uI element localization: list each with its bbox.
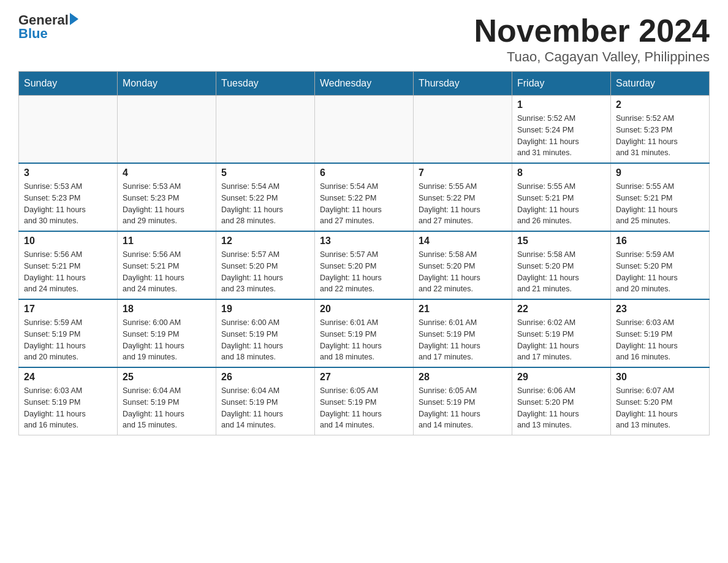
calendar-cell: 30Sunrise: 6:07 AMSunset: 5:20 PMDayligh… [611,367,710,435]
day-number: 3 [24,167,112,178]
calendar-cell: 1Sunrise: 5:52 AMSunset: 5:24 PMDaylight… [512,96,611,164]
calendar-cell: 4Sunrise: 5:53 AMSunset: 5:23 PMDaylight… [118,163,216,231]
day-info: Sunrise: 6:02 AMSunset: 5:19 PMDaylight:… [517,317,605,363]
calendar-cell: 12Sunrise: 5:57 AMSunset: 5:20 PMDayligh… [216,231,315,299]
day-info: Sunrise: 5:55 AMSunset: 5:21 PMDaylight:… [616,181,704,227]
calendar-cell: 22Sunrise: 6:02 AMSunset: 5:19 PMDayligh… [512,299,611,367]
day-info: Sunrise: 5:58 AMSunset: 5:20 PMDaylight:… [517,249,605,295]
day-number: 14 [419,236,507,247]
day-info: Sunrise: 6:03 AMSunset: 5:19 PMDaylight:… [24,385,112,431]
calendar-cell: 17Sunrise: 5:59 AMSunset: 5:19 PMDayligh… [19,299,118,367]
day-number: 25 [123,372,211,383]
calendar-cell: 21Sunrise: 6:01 AMSunset: 5:19 PMDayligh… [414,299,512,367]
column-header-wednesday: Wednesday [315,72,414,96]
day-info: Sunrise: 5:57 AMSunset: 5:20 PMDaylight:… [221,249,309,295]
day-info: Sunrise: 6:01 AMSunset: 5:19 PMDaylight:… [419,317,507,363]
day-number: 7 [419,167,507,178]
calendar-cell: 10Sunrise: 5:56 AMSunset: 5:21 PMDayligh… [19,231,118,299]
day-number: 12 [221,236,309,247]
calendar-cell [216,96,315,164]
day-info: Sunrise: 6:06 AMSunset: 5:20 PMDaylight:… [517,385,605,431]
calendar-cell: 24Sunrise: 6:03 AMSunset: 5:19 PMDayligh… [19,367,118,435]
calendar-cell: 26Sunrise: 6:04 AMSunset: 5:19 PMDayligh… [216,367,315,435]
day-info: Sunrise: 5:55 AMSunset: 5:21 PMDaylight:… [517,181,605,227]
day-info: Sunrise: 5:53 AMSunset: 5:23 PMDaylight:… [24,181,112,227]
title-area: November 2024 Tuao, Cagayan Valley, Phil… [474,12,710,65]
calendar-cell: 19Sunrise: 6:00 AMSunset: 5:19 PMDayligh… [216,299,315,367]
calendar-cell [19,96,118,164]
column-header-monday: Monday [118,72,216,96]
day-number: 23 [616,304,704,315]
calendar-cell [118,96,216,164]
day-info: Sunrise: 6:05 AMSunset: 5:19 PMDaylight:… [320,385,408,431]
day-number: 24 [24,372,112,383]
column-header-thursday: Thursday [414,72,512,96]
day-info: Sunrise: 6:04 AMSunset: 5:19 PMDaylight:… [123,385,211,431]
day-number: 13 [320,236,408,247]
week-row-1: 1Sunrise: 5:52 AMSunset: 5:24 PMDaylight… [19,96,710,164]
calendar-cell: 20Sunrise: 6:01 AMSunset: 5:19 PMDayligh… [315,299,414,367]
column-header-tuesday: Tuesday [216,72,315,96]
day-number: 9 [616,167,704,178]
day-info: Sunrise: 6:04 AMSunset: 5:19 PMDaylight:… [221,385,309,431]
calendar-cell [315,96,414,164]
logo: General Blue [18,12,78,42]
calendar-cell: 14Sunrise: 5:58 AMSunset: 5:20 PMDayligh… [414,231,512,299]
day-number: 30 [616,372,704,383]
day-info: Sunrise: 5:53 AMSunset: 5:23 PMDaylight:… [123,181,211,227]
day-info: Sunrise: 6:01 AMSunset: 5:19 PMDaylight:… [320,317,408,363]
day-info: Sunrise: 6:00 AMSunset: 5:19 PMDaylight:… [221,317,309,363]
week-row-4: 17Sunrise: 5:59 AMSunset: 5:19 PMDayligh… [19,299,710,367]
calendar-cell: 15Sunrise: 5:58 AMSunset: 5:20 PMDayligh… [512,231,611,299]
day-number: 1 [517,99,605,110]
day-number: 16 [616,236,704,247]
day-number: 5 [221,167,309,178]
logo-arrow-icon [70,13,78,25]
day-info: Sunrise: 5:58 AMSunset: 5:20 PMDaylight:… [419,249,507,295]
calendar-cell: 3Sunrise: 5:53 AMSunset: 5:23 PMDaylight… [19,163,118,231]
day-number: 18 [123,304,211,315]
week-row-3: 10Sunrise: 5:56 AMSunset: 5:21 PMDayligh… [19,231,710,299]
day-info: Sunrise: 5:59 AMSunset: 5:20 PMDaylight:… [616,249,704,295]
day-info: Sunrise: 5:59 AMSunset: 5:19 PMDaylight:… [24,317,112,363]
calendar-cell: 11Sunrise: 5:56 AMSunset: 5:21 PMDayligh… [118,231,216,299]
calendar-table: SundayMondayTuesdayWednesdayThursdayFrid… [18,71,710,435]
calendar-cell: 18Sunrise: 6:00 AMSunset: 5:19 PMDayligh… [118,299,216,367]
day-number: 21 [419,304,507,315]
day-number: 19 [221,304,309,315]
calendar-cell: 23Sunrise: 6:03 AMSunset: 5:19 PMDayligh… [611,299,710,367]
calendar-cell: 5Sunrise: 5:54 AMSunset: 5:22 PMDaylight… [216,163,315,231]
day-number: 20 [320,304,408,315]
day-number: 15 [517,236,605,247]
calendar-cell: 27Sunrise: 6:05 AMSunset: 5:19 PMDayligh… [315,367,414,435]
day-info: Sunrise: 5:55 AMSunset: 5:22 PMDaylight:… [419,181,507,227]
day-info: Sunrise: 5:54 AMSunset: 5:22 PMDaylight:… [221,181,309,227]
logo-blue: Blue [18,26,48,42]
calendar-cell: 2Sunrise: 5:52 AMSunset: 5:23 PMDaylight… [611,96,710,164]
day-number: 6 [320,167,408,178]
day-number: 8 [517,167,605,178]
column-header-saturday: Saturday [611,72,710,96]
column-header-sunday: Sunday [19,72,118,96]
header: General Blue November 2024 Tuao, Cagayan… [18,12,710,65]
day-info: Sunrise: 5:52 AMSunset: 5:23 PMDaylight:… [616,113,704,159]
day-number: 2 [616,99,704,110]
calendar-cell: 8Sunrise: 5:55 AMSunset: 5:21 PMDaylight… [512,163,611,231]
day-number: 10 [24,236,112,247]
calendar-cell: 28Sunrise: 6:05 AMSunset: 5:19 PMDayligh… [414,367,512,435]
calendar-cell: 16Sunrise: 5:59 AMSunset: 5:20 PMDayligh… [611,231,710,299]
day-info: Sunrise: 5:52 AMSunset: 5:24 PMDaylight:… [517,113,605,159]
week-row-2: 3Sunrise: 5:53 AMSunset: 5:23 PMDaylight… [19,163,710,231]
calendar-cell: 6Sunrise: 5:54 AMSunset: 5:22 PMDaylight… [315,163,414,231]
day-number: 26 [221,372,309,383]
day-info: Sunrise: 6:05 AMSunset: 5:19 PMDaylight:… [419,385,507,431]
day-info: Sunrise: 6:03 AMSunset: 5:19 PMDaylight:… [616,317,704,363]
day-info: Sunrise: 6:07 AMSunset: 5:20 PMDaylight:… [616,385,704,431]
main-title: November 2024 [474,12,710,49]
calendar-cell: 7Sunrise: 5:55 AMSunset: 5:22 PMDaylight… [414,163,512,231]
day-number: 17 [24,304,112,315]
day-number: 11 [123,236,211,247]
day-info: Sunrise: 5:54 AMSunset: 5:22 PMDaylight:… [320,181,408,227]
column-header-friday: Friday [512,72,611,96]
subtitle: Tuao, Cagayan Valley, Philippines [474,49,710,65]
